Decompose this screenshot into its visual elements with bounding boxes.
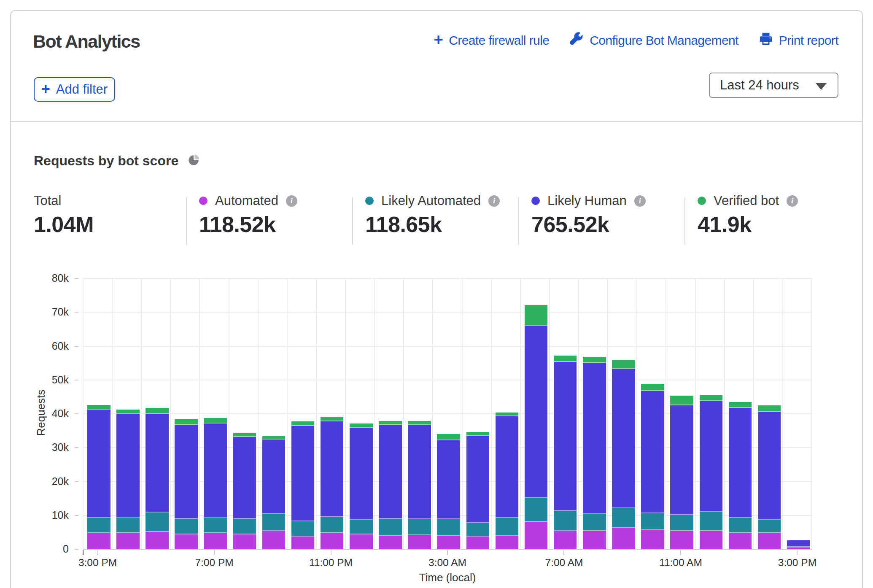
bar-segment-likely-human[interactable] (583, 363, 606, 515)
bar-segment-verified-bot[interactable] (670, 396, 693, 405)
bar-segment-automated[interactable] (496, 536, 519, 549)
info-icon[interactable]: i (634, 195, 646, 207)
bar-segment-automated[interactable] (787, 548, 810, 549)
bar-segment-likely-human[interactable] (379, 425, 402, 519)
bar-segment-likely-human[interactable] (204, 423, 227, 518)
bar[interactable] (204, 418, 227, 549)
bar[interactable] (408, 421, 431, 549)
bar-segment-likely-automated[interactable] (670, 515, 693, 531)
bar-segment-likely-human[interactable] (408, 425, 431, 519)
bar-segment-automated[interactable] (116, 533, 140, 549)
bar-segment-likely-automated[interactable] (146, 512, 169, 532)
bar-segment-verified-bot[interactable] (641, 384, 664, 391)
bar-segment-automated[interactable] (700, 531, 723, 549)
bar-segment-likely-automated[interactable] (321, 517, 344, 533)
bar-segment-automated[interactable] (583, 531, 606, 549)
bar-segment-automated[interactable] (175, 534, 198, 549)
bar[interactable] (496, 413, 519, 549)
bar-segment-likely-human[interactable] (175, 425, 198, 519)
bar-segment-automated[interactable] (291, 537, 315, 549)
bar-segment-verified-bot[interactable] (321, 417, 344, 421)
info-icon[interactable]: i (286, 195, 297, 207)
bar-segment-automated[interactable] (87, 533, 110, 549)
bar-segment-likely-automated[interactable] (612, 508, 635, 528)
bar-segment-verified-bot[interactable] (758, 405, 781, 412)
bar[interactable] (175, 419, 198, 549)
info-icon[interactable]: i (787, 195, 798, 207)
bar[interactable] (700, 395, 723, 549)
bar-segment-verified-bot[interactable] (583, 357, 606, 363)
bar[interactable] (641, 384, 664, 549)
bar-segment-verified-bot[interactable] (175, 419, 198, 425)
bar-segment-verified-bot[interactable] (350, 423, 373, 428)
bar[interactable] (379, 421, 402, 549)
bar[interactable] (146, 408, 169, 549)
bar[interactable] (350, 423, 373, 549)
bar-segment-likely-automated[interactable] (233, 519, 256, 535)
bar[interactable] (670, 396, 693, 549)
bar-segment-likely-automated[interactable] (496, 518, 519, 536)
bar-segment-verified-bot[interactable] (612, 360, 635, 369)
bar-segment-likely-human[interactable] (233, 437, 256, 518)
bar[interactable] (233, 433, 256, 549)
bar-segment-likely-automated[interactable] (87, 518, 110, 533)
bar[interactable] (437, 434, 460, 549)
bar-segment-verified-bot[interactable] (496, 413, 519, 417)
bar-segment-automated[interactable] (379, 536, 402, 549)
bar[interactable] (787, 540, 810, 549)
bar-segment-likely-automated[interactable] (700, 512, 723, 531)
bar-segment-automated[interactable] (670, 531, 693, 549)
bar-segment-automated[interactable] (758, 533, 781, 549)
bar-segment-automated[interactable] (525, 522, 548, 549)
bar[interactable] (466, 432, 490, 549)
bar[interactable] (583, 357, 606, 549)
bar-segment-likely-human[interactable] (670, 405, 693, 515)
bar-segment-likely-human[interactable] (291, 426, 315, 521)
bar-segment-likely-human[interactable] (496, 416, 519, 518)
bar-segment-automated[interactable] (321, 533, 344, 549)
bar-segment-likely-human[interactable] (554, 362, 577, 510)
bar-segment-automated[interactable] (233, 534, 256, 549)
bar-segment-verified-bot[interactable] (146, 408, 169, 414)
bar[interactable] (729, 402, 752, 549)
bar-segment-likely-human[interactable] (437, 440, 460, 519)
bar-segment-likely-automated[interactable] (350, 520, 373, 534)
bar-segment-likely-human[interactable] (116, 414, 140, 518)
bar[interactable] (321, 417, 344, 549)
bar[interactable] (262, 436, 286, 549)
bar-segment-verified-bot[interactable] (408, 421, 431, 425)
bar-segment-likely-human[interactable] (787, 540, 810, 547)
bar-segment-likely-human[interactable] (262, 440, 286, 514)
print-report-link[interactable]: Print report (759, 32, 838, 49)
bar[interactable] (554, 356, 577, 549)
bar-segment-likely-automated[interactable] (408, 519, 431, 536)
bar-segment-automated[interactable] (437, 536, 460, 549)
bar-segment-verified-bot[interactable] (291, 421, 315, 426)
bar-segment-likely-automated[interactable] (437, 519, 460, 536)
bar-segment-likely-human[interactable] (641, 391, 664, 513)
bar-segment-likely-automated[interactable] (758, 520, 781, 533)
bar-segment-automated[interactable] (641, 530, 664, 549)
bar-segment-likely-human[interactable] (525, 326, 548, 498)
bar-segment-verified-bot[interactable] (379, 421, 402, 425)
bar-segment-likely-automated[interactable] (379, 519, 402, 536)
bar-segment-verified-bot[interactable] (87, 405, 110, 409)
info-icon[interactable]: i (488, 195, 500, 207)
bar-segment-likely-automated[interactable] (729, 518, 752, 533)
bar-segment-likely-human[interactable] (700, 401, 723, 512)
bar-segment-automated[interactable] (554, 531, 577, 549)
bar-segment-likely-automated[interactable] (554, 511, 577, 531)
bar-segment-likely-automated[interactable] (175, 519, 198, 534)
configure-bot-management-link[interactable]: Configure Bot Management (569, 32, 738, 49)
bar-segment-automated[interactable] (204, 533, 227, 549)
bar-segment-automated[interactable] (729, 533, 752, 549)
bar-segment-verified-bot[interactable] (437, 434, 460, 440)
bar-segment-verified-bot[interactable] (262, 436, 286, 440)
bar-segment-verified-bot[interactable] (729, 402, 752, 408)
bar[interactable] (291, 421, 315, 549)
bar-segment-likely-automated[interactable] (641, 513, 664, 530)
bar-segment-likely-human[interactable] (87, 410, 110, 518)
bar[interactable] (87, 405, 110, 549)
bar-segment-likely-human[interactable] (321, 421, 344, 517)
bar-segment-verified-bot[interactable] (525, 305, 548, 326)
